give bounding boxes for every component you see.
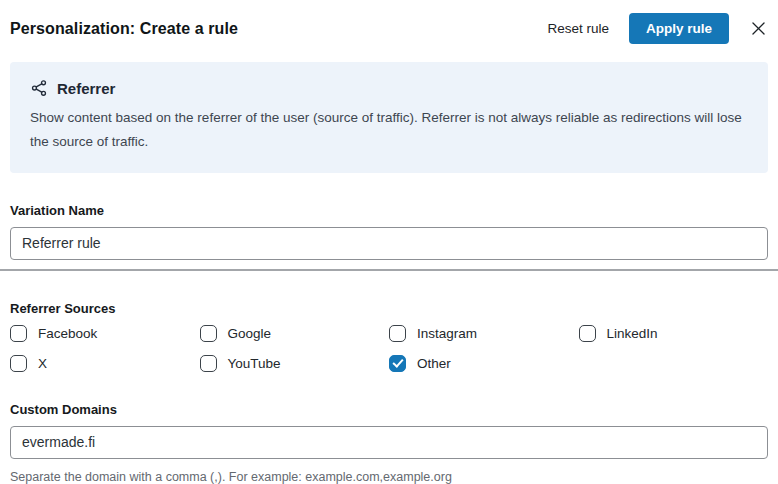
info-box-title: Referrer bbox=[57, 80, 115, 97]
close-icon bbox=[749, 19, 768, 38]
close-button[interactable] bbox=[749, 19, 768, 38]
variation-name-label: Variation Name bbox=[10, 203, 768, 218]
checkbox-label: YouTube bbox=[228, 356, 281, 371]
checkbox-other[interactable]: Other bbox=[389, 355, 579, 372]
checkbox-label: LinkedIn bbox=[607, 326, 658, 341]
variation-name-input[interactable] bbox=[10, 227, 768, 260]
checkbox-youtube[interactable]: YouTube bbox=[200, 355, 390, 372]
checkbox-label: Other bbox=[417, 356, 451, 371]
personalization-rule-panel: Personalization: Create a rule Reset rul… bbox=[0, 0, 778, 484]
checkbox-linkedin[interactable]: LinkedIn bbox=[579, 325, 769, 342]
checkbox-box[interactable] bbox=[389, 355, 406, 372]
referrer-sources-label: Referrer Sources bbox=[10, 301, 768, 316]
page-title: Personalization: Create a rule bbox=[10, 20, 238, 38]
info-box-description: Show content based on the referrer of th… bbox=[30, 106, 748, 155]
apply-rule-button[interactable]: Apply rule bbox=[629, 13, 729, 44]
checkbox-facebook[interactable]: Facebook bbox=[10, 325, 200, 342]
checkbox-label: Instagram bbox=[417, 326, 477, 341]
panel-header: Personalization: Create a rule Reset rul… bbox=[10, 0, 768, 53]
checkbox-box[interactable] bbox=[10, 325, 27, 342]
custom-domains-help-text: Separate the domain with a comma (,). Fo… bbox=[10, 470, 768, 484]
referrer-sources-grid: Facebook Google Instagram LinkedIn X You… bbox=[10, 325, 768, 372]
checkbox-box[interactable] bbox=[200, 325, 217, 342]
checkbox-label: X bbox=[38, 356, 47, 371]
checkbox-box[interactable] bbox=[579, 325, 596, 342]
section-divider bbox=[0, 269, 778, 271]
custom-domains-input[interactable] bbox=[10, 426, 768, 459]
checkbox-box[interactable] bbox=[10, 355, 27, 372]
checkbox-box[interactable] bbox=[200, 355, 217, 372]
referrer-info-box: Referrer Show content based on the refer… bbox=[10, 62, 768, 173]
checkbox-google[interactable]: Google bbox=[200, 325, 390, 342]
info-title-row: Referrer bbox=[30, 79, 748, 97]
checkbox-x[interactable]: X bbox=[10, 355, 200, 372]
reset-rule-button[interactable]: Reset rule bbox=[547, 21, 609, 36]
checkbox-instagram[interactable]: Instagram bbox=[389, 325, 579, 342]
checkbox-label: Google bbox=[228, 326, 272, 341]
header-actions: Reset rule Apply rule bbox=[547, 13, 768, 44]
custom-domains-label: Custom Domains bbox=[10, 402, 768, 417]
checkbox-label: Facebook bbox=[38, 326, 97, 341]
share-network-icon bbox=[30, 79, 48, 97]
checkbox-box[interactable] bbox=[389, 325, 406, 342]
